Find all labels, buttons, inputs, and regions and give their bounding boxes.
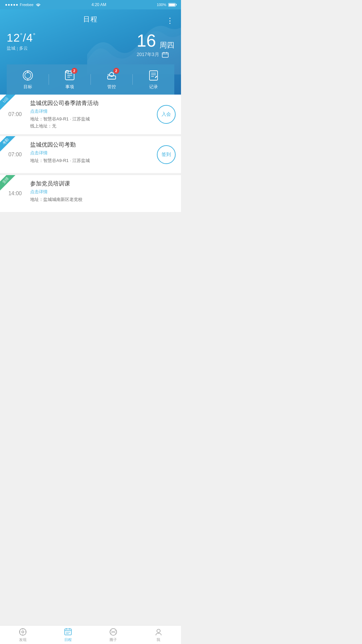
weather-block: 12°/4° 盐城 | 多云 (7, 32, 36, 51)
record-icon (147, 69, 160, 82)
status-right: 100% (157, 3, 176, 7)
nav-item-control[interactable]: 2 管控 (90, 69, 132, 90)
more-icon[interactable]: ⋮ (166, 17, 174, 24)
wifi-icon (36, 3, 41, 7)
status-left: Freebee (5, 3, 41, 7)
date-yearmonth: 2017年3月 (137, 52, 174, 58)
battery-percent: 100% (157, 3, 166, 7)
svg-rect-0 (162, 53, 168, 57)
tag-label-2: 考勤 (0, 136, 15, 152)
quick-nav: 目标 2 事项 2 (7, 64, 174, 95)
nav-item-target[interactable]: 目标 (7, 69, 49, 90)
status-bar: Freebee 4:20 AM 100% (0, 0, 181, 9)
schedule-content-2: 盐城优因公司考勤 点击详情 地址：智慧谷A9-R1 · 江苏盐城 (30, 136, 152, 173)
schedule-address-2: 地址：智慧谷A9-R1 · 江苏盐城 (30, 157, 148, 164)
nav-label-target: 目标 (23, 84, 32, 90)
items-icon: 2 (63, 69, 76, 82)
status-time: 4:20 AM (92, 2, 106, 7)
nav-label-items: 事项 (65, 84, 74, 90)
content-area: U云 07:00 盐城优因公司春季踏青活动 点击详情 地址：智慧谷A9-R1 ·… (0, 95, 181, 234)
schedule-detail-link-3[interactable]: 点击详情 (30, 189, 178, 195)
schedule-detail-link-1[interactable]: 点击详情 (30, 108, 148, 114)
nav-item-items[interactable]: 2 事项 (49, 69, 90, 90)
schedule-tag-2: 考勤 (0, 136, 15, 152)
schedule-content-1: 盐城优因公司春季踏青活动 点击详情 地址：智慧谷A9-R1 · 江苏盐城 线上地… (30, 95, 152, 135)
nav-label-control: 管控 (107, 84, 116, 90)
schedule-item-2: 考勤 07:00 盐城优因公司考勤 点击详情 地址：智慧谷A9-R1 · 江苏盐… (0, 136, 181, 173)
schedule-list: U云 07:00 盐城优因公司春季踏青活动 点击详情 地址：智慧谷A9-R1 ·… (0, 95, 181, 212)
schedule-title-2: 盐城优因公司考勤 (30, 141, 148, 149)
carrier-label: Freebee (20, 3, 34, 7)
items-badge: 2 (71, 68, 77, 74)
schedule-tag-3: 安排 (0, 175, 15, 191)
header: 日程 ⋮ 12°/4° 盐城 | 多云 16 周四 2017年3月 (0, 9, 181, 95)
calendar-icon[interactable] (162, 52, 169, 58)
schedule-item-1: U云 07:00 盐城优因公司春季踏青活动 点击详情 地址：智慧谷A9-R1 ·… (0, 95, 181, 135)
page-title: 日程 (83, 15, 98, 24)
weather-date-row: 12°/4° 盐城 | 多云 16 周四 2017年3月 (7, 29, 174, 64)
date-day-row: 16 周四 (137, 32, 174, 50)
tag-label-3: 安排 (0, 175, 15, 191)
control-icon: 2 (105, 69, 118, 82)
schedule-title-1: 盐城优因公司春季踏青活动 (30, 99, 148, 107)
target-icon (21, 69, 34, 82)
schedule-action-1: 入会 (152, 95, 181, 135)
schedule-action-2: 签到 (152, 136, 181, 173)
date-block: 16 周四 2017年3月 (137, 32, 174, 58)
svg-rect-19 (149, 71, 158, 80)
schedule-address-1: 地址：智慧谷A9-R1 · 江苏盐城 线上地址：无 (30, 116, 148, 130)
temperature: 12°/4° (7, 32, 36, 43)
tag-label-1: U云 (0, 95, 15, 110)
signal-icon (5, 4, 18, 6)
nav-label-record: 记录 (149, 84, 158, 90)
schedule-title-3: 参加党员培训课 (30, 180, 178, 187)
header-title-row: 日程 ⋮ (7, 13, 174, 29)
schedule-detail-link-2[interactable]: 点击详情 (30, 150, 148, 156)
weather-location: 盐城 | 多云 (7, 45, 36, 51)
svg-rect-12 (66, 70, 68, 73)
schedule-content-3: 参加党员培训课 点击详情 地址：盐城城南新区老党校 (30, 175, 181, 212)
join-button[interactable]: 入会 (157, 105, 176, 124)
nav-item-record[interactable]: 记录 (132, 69, 174, 90)
control-badge: 2 (113, 68, 119, 74)
battery-icon (168, 3, 176, 7)
checkin-button[interactable]: 签到 (157, 145, 176, 164)
schedule-tag-1: U云 (0, 95, 15, 110)
schedule-address-3: 地址：盐城城南新区老党校 (30, 196, 178, 203)
schedule-item-3: 安排 14:00 参加党员培训课 点击详情 地址：盐城城南新区老党校 (0, 175, 181, 212)
